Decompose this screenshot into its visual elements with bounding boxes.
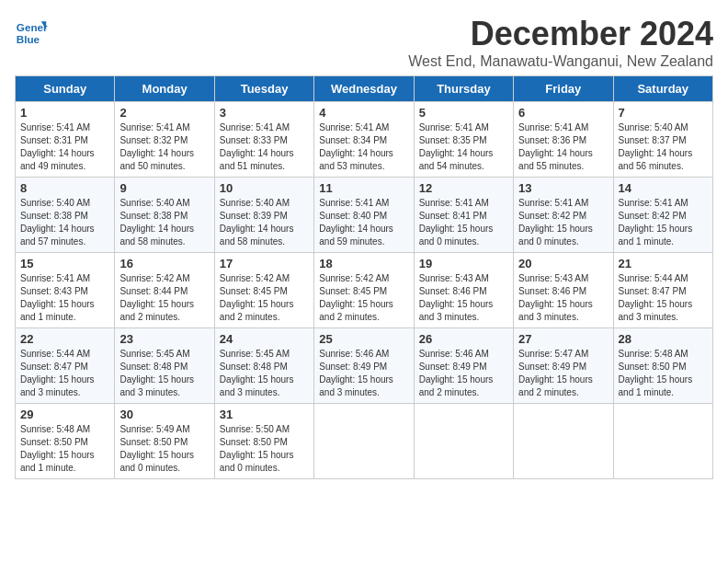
- month-title: December 2024: [408, 15, 713, 53]
- day-number: 20: [518, 257, 608, 270]
- day-info: Sunrise: 5:41 AM Sunset: 8:33 PM Dayligh…: [220, 121, 309, 173]
- day-info: Sunrise: 5:48 AM Sunset: 8:50 PM Dayligh…: [619, 348, 708, 399]
- day-header-wednesday: Wednesday: [314, 76, 414, 102]
- calendar-week-5: 29 Sunrise: 5:48 AM Sunset: 8:50 PM Dayl…: [16, 404, 713, 479]
- calendar-header-row: SundayMondayTuesdayWednesdayThursdayFrid…: [16, 76, 713, 102]
- day-number: 1: [20, 106, 109, 120]
- day-number: 3: [220, 106, 309, 120]
- day-info: Sunrise: 5:44 AM Sunset: 8:47 PM Dayligh…: [20, 348, 109, 399]
- day-info: Sunrise: 5:49 AM Sunset: 8:50 PM Dayligh…: [119, 423, 209, 475]
- day-info: Sunrise: 5:41 AM Sunset: 8:32 PM Dayligh…: [119, 121, 209, 173]
- day-info: Sunrise: 5:41 AM Sunset: 8:40 PM Dayligh…: [319, 197, 408, 248]
- day-info: Sunrise: 5:45 AM Sunset: 8:48 PM Dayligh…: [119, 348, 209, 399]
- day-number: 2: [119, 106, 209, 120]
- day-number: 28: [619, 332, 708, 346]
- calendar-week-1: 1 Sunrise: 5:41 AM Sunset: 8:31 PM Dayli…: [16, 102, 713, 178]
- day-number: 11: [319, 181, 408, 195]
- logo-icon: General Blue: [15, 15, 48, 48]
- calendar-cell: 20 Sunrise: 5:43 AM Sunset: 8:46 PM Dayl…: [514, 253, 613, 328]
- day-info: Sunrise: 5:40 AM Sunset: 8:38 PM Dayligh…: [119, 197, 209, 248]
- calendar-cell: 4 Sunrise: 5:41 AM Sunset: 8:34 PM Dayli…: [314, 102, 414, 178]
- calendar-cell: 24 Sunrise: 5:45 AM Sunset: 8:48 PM Dayl…: [214, 328, 313, 404]
- day-info: Sunrise: 5:41 AM Sunset: 8:35 PM Dayligh…: [419, 121, 508, 173]
- day-info: Sunrise: 5:41 AM Sunset: 8:41 PM Dayligh…: [419, 197, 508, 248]
- day-number: 15: [20, 257, 109, 270]
- calendar-cell: 30 Sunrise: 5:49 AM Sunset: 8:50 PM Dayl…: [115, 404, 214, 479]
- day-number: 16: [119, 257, 209, 270]
- calendar-cell: 11 Sunrise: 5:41 AM Sunset: 8:40 PM Dayl…: [314, 178, 414, 253]
- day-info: Sunrise: 5:42 AM Sunset: 8:44 PM Dayligh…: [119, 272, 209, 324]
- calendar-cell: 14 Sunrise: 5:41 AM Sunset: 8:42 PM Dayl…: [613, 178, 712, 253]
- logo: General Blue: [15, 15, 51, 48]
- day-info: Sunrise: 5:42 AM Sunset: 8:45 PM Dayligh…: [319, 272, 408, 324]
- calendar-cell: [314, 404, 414, 479]
- calendar-cell: [613, 404, 712, 479]
- day-number: 5: [419, 106, 508, 120]
- day-info: Sunrise: 5:46 AM Sunset: 8:49 PM Dayligh…: [419, 348, 508, 399]
- calendar-cell: 28 Sunrise: 5:48 AM Sunset: 8:50 PM Dayl…: [613, 328, 712, 404]
- day-info: Sunrise: 5:41 AM Sunset: 8:43 PM Dayligh…: [20, 272, 109, 324]
- day-number: 29: [20, 408, 109, 421]
- calendar-cell: 6 Sunrise: 5:41 AM Sunset: 8:36 PM Dayli…: [514, 102, 613, 178]
- day-number: 7: [619, 106, 708, 120]
- day-number: 24: [220, 332, 309, 346]
- day-info: Sunrise: 5:46 AM Sunset: 8:49 PM Dayligh…: [319, 348, 408, 399]
- location-title: West End, Manawatu-Wanganui, New Zealand: [408, 53, 713, 70]
- day-info: Sunrise: 5:48 AM Sunset: 8:50 PM Dayligh…: [20, 423, 109, 475]
- day-info: Sunrise: 5:47 AM Sunset: 8:49 PM Dayligh…: [518, 348, 608, 399]
- calendar-cell: 9 Sunrise: 5:40 AM Sunset: 8:38 PM Dayli…: [115, 178, 214, 253]
- day-info: Sunrise: 5:42 AM Sunset: 8:45 PM Dayligh…: [220, 272, 309, 324]
- day-info: Sunrise: 5:45 AM Sunset: 8:48 PM Dayligh…: [220, 348, 309, 399]
- calendar-cell: 23 Sunrise: 5:45 AM Sunset: 8:48 PM Dayl…: [115, 328, 214, 404]
- day-number: 10: [220, 181, 309, 195]
- day-info: Sunrise: 5:40 AM Sunset: 8:39 PM Dayligh…: [220, 197, 309, 248]
- day-number: 13: [518, 181, 608, 195]
- day-number: 17: [220, 257, 309, 270]
- day-number: 26: [419, 332, 508, 346]
- day-number: 23: [119, 332, 209, 346]
- day-number: 6: [518, 106, 608, 120]
- day-info: Sunrise: 5:41 AM Sunset: 8:42 PM Dayligh…: [619, 197, 708, 248]
- calendar-cell: 2 Sunrise: 5:41 AM Sunset: 8:32 PM Dayli…: [115, 102, 214, 178]
- day-info: Sunrise: 5:41 AM Sunset: 8:31 PM Dayligh…: [20, 121, 109, 173]
- calendar-week-3: 15 Sunrise: 5:41 AM Sunset: 8:43 PM Dayl…: [16, 253, 713, 328]
- day-number: 30: [119, 408, 209, 421]
- calendar-cell: 8 Sunrise: 5:40 AM Sunset: 8:38 PM Dayli…: [16, 178, 115, 253]
- calendar-cell: 21 Sunrise: 5:44 AM Sunset: 8:47 PM Dayl…: [613, 253, 712, 328]
- day-info: Sunrise: 5:50 AM Sunset: 8:50 PM Dayligh…: [220, 423, 309, 475]
- day-number: 12: [419, 181, 508, 195]
- calendar-cell: 15 Sunrise: 5:41 AM Sunset: 8:43 PM Dayl…: [16, 253, 115, 328]
- calendar-cell: 29 Sunrise: 5:48 AM Sunset: 8:50 PM Dayl…: [16, 404, 115, 479]
- calendar-cell: 25 Sunrise: 5:46 AM Sunset: 8:49 PM Dayl…: [314, 328, 414, 404]
- calendar-cell: [414, 404, 513, 479]
- calendar-cell: [514, 404, 613, 479]
- day-number: 9: [119, 181, 209, 195]
- calendar-cell: 7 Sunrise: 5:40 AM Sunset: 8:37 PM Dayli…: [613, 102, 712, 178]
- day-header-tuesday: Tuesday: [214, 76, 313, 102]
- calendar-cell: 16 Sunrise: 5:42 AM Sunset: 8:44 PM Dayl…: [115, 253, 214, 328]
- day-info: Sunrise: 5:44 AM Sunset: 8:47 PM Dayligh…: [619, 272, 708, 324]
- title-area: December 2024 West End, Manawatu-Wanganu…: [408, 15, 713, 70]
- day-info: Sunrise: 5:40 AM Sunset: 8:38 PM Dayligh…: [20, 197, 109, 248]
- calendar-week-2: 8 Sunrise: 5:40 AM Sunset: 8:38 PM Dayli…: [16, 178, 713, 253]
- day-number: 25: [319, 332, 408, 346]
- calendar-week-4: 22 Sunrise: 5:44 AM Sunset: 8:47 PM Dayl…: [16, 328, 713, 404]
- calendar-cell: 1 Sunrise: 5:41 AM Sunset: 8:31 PM Dayli…: [16, 102, 115, 178]
- day-info: Sunrise: 5:40 AM Sunset: 8:37 PM Dayligh…: [619, 121, 708, 173]
- calendar-body: 1 Sunrise: 5:41 AM Sunset: 8:31 PM Dayli…: [16, 102, 713, 479]
- calendar-cell: 17 Sunrise: 5:42 AM Sunset: 8:45 PM Dayl…: [214, 253, 313, 328]
- day-info: Sunrise: 5:41 AM Sunset: 8:36 PM Dayligh…: [518, 121, 608, 173]
- page-header: General Blue December 2024 West End, Man…: [15, 15, 713, 70]
- day-header-monday: Monday: [115, 76, 214, 102]
- calendar-cell: 5 Sunrise: 5:41 AM Sunset: 8:35 PM Dayli…: [414, 102, 513, 178]
- calendar-cell: 26 Sunrise: 5:46 AM Sunset: 8:49 PM Dayl…: [414, 328, 513, 404]
- day-header-saturday: Saturday: [613, 76, 712, 102]
- day-number: 19: [419, 257, 508, 270]
- day-number: 27: [518, 332, 608, 346]
- calendar-cell: 13 Sunrise: 5:41 AM Sunset: 8:42 PM Dayl…: [514, 178, 613, 253]
- calendar-cell: 27 Sunrise: 5:47 AM Sunset: 8:49 PM Dayl…: [514, 328, 613, 404]
- calendar-cell: 19 Sunrise: 5:43 AM Sunset: 8:46 PM Dayl…: [414, 253, 513, 328]
- calendar-cell: 12 Sunrise: 5:41 AM Sunset: 8:41 PM Dayl…: [414, 178, 513, 253]
- day-number: 4: [319, 106, 408, 120]
- calendar-cell: 10 Sunrise: 5:40 AM Sunset: 8:39 PM Dayl…: [214, 178, 313, 253]
